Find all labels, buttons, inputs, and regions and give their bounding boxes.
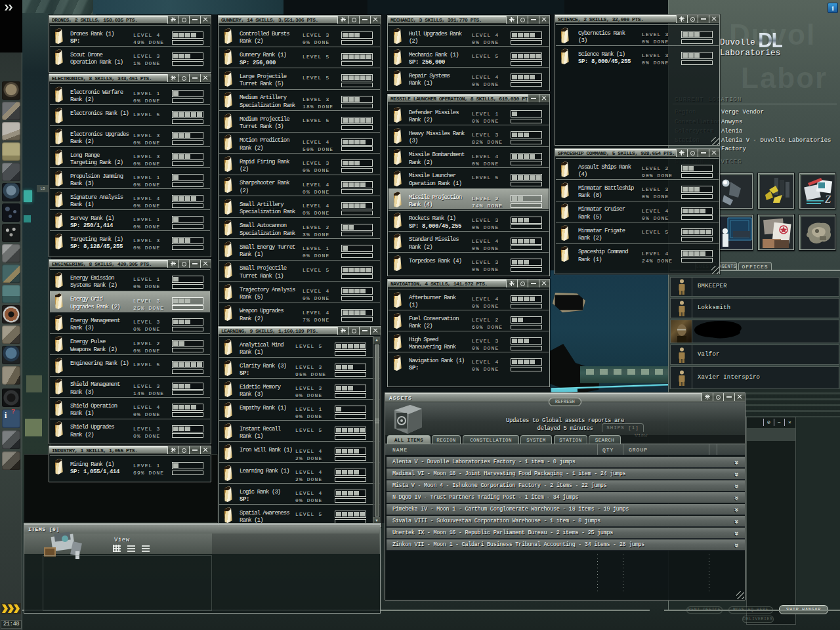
svg-text:Z: Z [825, 194, 831, 205]
